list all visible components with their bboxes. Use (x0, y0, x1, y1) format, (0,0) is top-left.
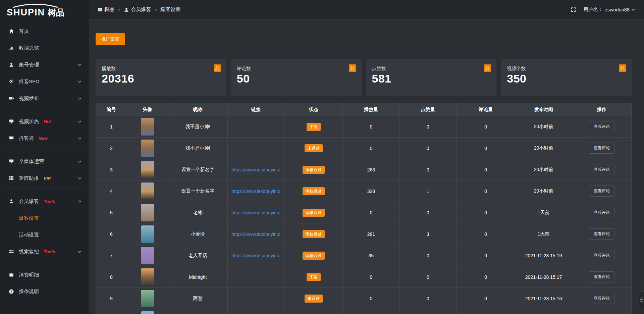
breadcrumb-label: 爆客设置 (160, 6, 180, 13)
username-menu[interactable]: 用户名：zswodun88 (584, 6, 635, 13)
table-row: 6小爱玲https://www.iesdouyin.c审核通过281301天前查… (96, 223, 632, 245)
view-comments-button[interactable]: 查看评论 (589, 228, 614, 240)
cell-likes: 0 (399, 245, 456, 266)
cell-action: 查看评论 (572, 223, 631, 245)
view-comments-button[interactable]: 查看评论 (589, 186, 614, 197)
cell-likes: 0 (399, 159, 456, 180)
sidebar-item-clue-monitor[interactable]: 线索监控Tools (0, 243, 89, 260)
cell-status: 审核通过 (284, 180, 343, 202)
video-link[interactable]: https://www.iesdouyin.c (231, 231, 280, 237)
sidebar-item-matrix-boost[interactable]: 矩阵助推VIP (0, 170, 89, 187)
cell-plays: 0 (343, 116, 399, 138)
breadcrumb-item-1[interactable]: 会员爆客 (124, 6, 151, 13)
sidebar-item-label: 视频加热 (19, 118, 39, 125)
sidebar-item-data-overview[interactable]: 数据总览 (0, 40, 89, 56)
sidebar-item-label: 首页 (19, 28, 29, 35)
status-badge[interactable]: 未通过 (305, 295, 323, 303)
stat-card-value: 581 (372, 72, 491, 85)
bar-chart-icon (8, 45, 14, 51)
floating-widget[interactable] (639, 291, 644, 308)
sidebar-divider (7, 262, 82, 262)
view-comments-button[interactable]: 查看评论 (589, 164, 614, 175)
avatar (141, 118, 154, 136)
cell-likes: 0 (399, 116, 456, 138)
status-badge[interactable]: 下架 (307, 123, 321, 131)
sidebar-item-account-manage[interactable]: 账号管理 (0, 56, 89, 73)
breadcrumb-item-2[interactable]: 爆客设置 (160, 6, 180, 13)
view-comments-button[interactable]: 查看评论 (589, 250, 614, 261)
cell-plays: 281 (343, 223, 399, 245)
cell-likes: 0 (399, 266, 456, 288)
app-icon (98, 7, 102, 12)
video-link[interactable]: https://www.iesdouyin.c (231, 189, 280, 194)
status-badge[interactable]: 未通过 (305, 144, 323, 152)
status-badge[interactable]: 审核通过 (303, 209, 325, 217)
status-badge[interactable]: 审核通过 (303, 187, 325, 195)
cell-link (227, 288, 284, 309)
stat-card-value: 350 (507, 72, 626, 85)
sidebar-item-video-heat[interactable]: 视频加热Hot (0, 113, 89, 130)
sidebar-item-member-baoke[interactable]: 会员爆客Tools (0, 193, 89, 210)
cell-link: https://www.iesdouyin.c (227, 245, 284, 266)
column-header-4: 状态 (284, 103, 343, 116)
fullscreen-icon[interactable] (571, 7, 576, 12)
cell-time: 2021-11-28 15:17 (515, 266, 572, 288)
sidebar-item-consume-detail[interactable]: 消费明细 (0, 266, 89, 283)
cell-status: 审核通过 (284, 159, 343, 180)
wallet-icon (8, 272, 14, 277)
table-row: 5老彬https://www.iesdouyin.c审核通过0001天前查看评论 (96, 202, 632, 223)
stat-card-1: 评论数50总 (231, 59, 362, 96)
sidebar-item-media-operation[interactable]: 全媒体运营 (0, 153, 89, 170)
status-badge[interactable]: 下架 (307, 273, 321, 281)
table-row: 7老人开店https://www.iesdouyin.c审核通过35002021… (96, 245, 632, 266)
chevron-up-icon (78, 200, 82, 203)
cell-id: 1 (96, 116, 127, 138)
cell-status (284, 309, 343, 314)
cell-time (515, 309, 572, 314)
avatar (141, 161, 154, 178)
cell-plays: 263 (343, 159, 399, 180)
sidebar-item-label: 视频发布 (19, 95, 39, 102)
video-link[interactable]: https://www.iesdouyin.c (231, 253, 280, 258)
avatar (141, 247, 154, 264)
breadcrumb-separator: > (118, 7, 120, 12)
logo[interactable]: SHUPIN 树品 (0, 0, 89, 21)
status-badge[interactable]: 审核通过 (303, 166, 325, 174)
promo-settings-button[interactable]: 推广设置 (96, 33, 125, 45)
cell-avatar (127, 202, 168, 223)
video-link[interactable]: https://www.iesdouyin.c (231, 167, 280, 172)
cell-nickname: 老彬 (168, 202, 227, 223)
sidebar-subitem-activity-settings[interactable]: 活动设置 (0, 226, 89, 243)
avatar (141, 311, 154, 314)
logo-text: SHUPIN 树品 (7, 7, 64, 18)
view-comments-button[interactable]: 查看评论 (589, 293, 614, 304)
breadcrumb-label: 树品 (104, 6, 114, 13)
status-badge[interactable]: 审核通过 (303, 252, 325, 260)
view-comments-button[interactable]: 查看评论 (589, 121, 614, 132)
video-link[interactable]: https://www.iesdouyin.c (231, 210, 280, 215)
member-icon (8, 199, 14, 204)
view-comments-button[interactable]: 查看评论 (589, 207, 614, 218)
sidebar-subitem-baoke-settings[interactable]: 爆客设置 (0, 210, 89, 226)
sidebar-item-operation-help[interactable]: ?操作说明 (0, 283, 89, 300)
view-comments-button[interactable]: 查看评论 (589, 271, 614, 282)
cell-nickname (168, 309, 227, 314)
cell-likes: 0 (399, 138, 456, 159)
cell-action: 查看评论 (572, 138, 631, 159)
cell-id: 8 (96, 266, 127, 288)
sidebar-item-douyin-seo[interactable]: 抖音SEO (0, 73, 89, 90)
status-badge[interactable]: 审核通过 (303, 230, 325, 238)
breadcrumb-item-0[interactable]: 树品 (98, 6, 114, 13)
sidebar-item-video-publish[interactable]: 视频发布 (0, 90, 89, 107)
view-comments-button[interactable]: 查看评论 (589, 143, 614, 154)
sidebar-item-home[interactable]: 首页 (0, 23, 89, 40)
cell-link: https://www.iesdouyin.c (227, 159, 284, 180)
sidebar-item-douketong[interactable]: 抖客通New (0, 130, 89, 147)
cell-avatar (127, 266, 168, 288)
avatar (141, 268, 154, 286)
avatar (141, 182, 154, 200)
cell-action: 查看评论 (572, 288, 631, 309)
cell-time: 20小时前 (515, 159, 572, 180)
cell-nickname: 我不是小帅! (168, 116, 227, 138)
help-icon: ? (8, 289, 14, 294)
